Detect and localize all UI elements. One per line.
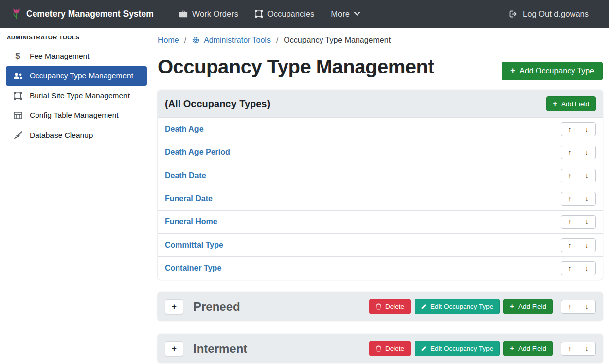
field-link-death-age-period[interactable]: Death Age Period: [165, 148, 230, 157]
move-down-button[interactable]: ↓: [578, 261, 596, 275]
sidebar-item-config-table-management[interactable]: Config Table Management: [6, 106, 147, 125]
add-field-button[interactable]: + Add Field: [503, 341, 553, 356]
move-down-button[interactable]: ↓: [578, 238, 596, 252]
delete-button[interactable]: Delete: [369, 299, 411, 314]
move-up-button[interactable]: ↑: [561, 300, 578, 314]
section-title: Interment: [193, 342, 247, 356]
nav-work-orders[interactable]: Work Orders: [171, 0, 247, 28]
edit-label: Edit Occupancy Type: [430, 345, 493, 352]
move-up-button[interactable]: ↑: [561, 238, 578, 252]
table-icon: [12, 112, 23, 119]
field-row: Death Date ↑ ↓: [158, 164, 603, 187]
app-title: Cemetery Management System: [26, 9, 154, 19]
move-down-button[interactable]: ↓: [578, 169, 596, 182]
navbar-right: Log Out d.gowans: [501, 0, 597, 28]
gear-icon: [192, 36, 200, 44]
top-navbar: Cemetery Management System Work Orders: [0, 0, 609, 28]
edit-occupancy-type-button[interactable]: Edit Occupancy Type: [415, 341, 500, 356]
move-down-button[interactable]: ↓: [578, 215, 596, 229]
nav-occupancies[interactable]: Occupancies: [247, 0, 322, 28]
expand-button[interactable]: +: [165, 299, 183, 314]
nav-more[interactable]: More: [322, 0, 368, 28]
logout-button[interactable]: Log Out d.gowans: [501, 0, 597, 28]
all-types-card-header: (All Occupancy Types) + Add Field: [158, 90, 603, 118]
edit-occupancy-type-button[interactable]: Edit Occupancy Type: [415, 299, 500, 314]
field-row: Death Age Period ↑ ↓: [158, 141, 603, 164]
delete-button[interactable]: Delete: [369, 341, 411, 356]
all-types-card-title: (All Occupancy Types): [165, 98, 270, 109]
plus-icon: +: [510, 303, 514, 310]
field-link-container-type[interactable]: Container Type: [165, 264, 221, 273]
breadcrumb-admin-tools-link[interactable]: Administrator Tools: [192, 36, 271, 45]
breadcrumb: Home / Administrator Tools / Occupancy T…: [158, 28, 603, 49]
occupancy-type-section-interment: + Interment Delete: [158, 334, 603, 363]
reorder-button-group: ↑ ↓: [561, 122, 596, 136]
field-row: Funeral Date ↑ ↓: [158, 187, 603, 210]
move-down-button[interactable]: ↓: [578, 146, 596, 159]
chevron-down-icon: [354, 12, 360, 16]
plus-icon: +: [510, 345, 514, 352]
sidebar: ADMINISTRATOR TOOLS $ Fee Management Occ…: [0, 28, 153, 364]
move-down-button[interactable]: ↓: [578, 122, 596, 136]
breadcrumb-separator: /: [276, 36, 278, 45]
reorder-button-group: ↑ ↓: [561, 342, 596, 356]
plus-icon: +: [553, 100, 557, 108]
sidebar-item-fee-management[interactable]: $ Fee Management: [6, 46, 147, 66]
breadcrumb-separator: /: [184, 36, 186, 45]
section-title: Preneed: [193, 300, 240, 314]
field-link-committal-type[interactable]: Committal Type: [165, 241, 223, 250]
trash-icon: [376, 345, 381, 352]
sidebar-item-occupancy-type-management[interactable]: Occupancy Type Management: [6, 66, 147, 86]
delete-label: Delete: [385, 345, 404, 352]
sidebar-heading: ADMINISTRATOR TOOLS: [0, 34, 153, 46]
title-row: Occupancy Type Management + Add Occupanc…: [158, 49, 603, 90]
move-up-button[interactable]: ↑: [561, 261, 578, 275]
breadcrumb-home-link[interactable]: Home: [158, 36, 179, 45]
move-down-button[interactable]: ↓: [578, 342, 596, 356]
field-link-death-date[interactable]: Death Date: [165, 171, 206, 180]
add-occupancy-type-label: Add Occupancy Type: [519, 67, 594, 75]
expand-button[interactable]: +: [165, 341, 183, 356]
work-orders-icon: [179, 10, 188, 18]
move-up-button[interactable]: ↑: [561, 169, 578, 182]
breadcrumb-label: Administrator Tools: [204, 36, 271, 45]
edit-label: Edit Occupancy Type: [430, 303, 493, 310]
move-up-button[interactable]: ↑: [561, 146, 578, 159]
sidebar-item-label: Fee Management: [30, 52, 90, 61]
move-up-button[interactable]: ↑: [561, 192, 578, 206]
field-link-funeral-home[interactable]: Funeral Home: [165, 218, 217, 226]
nav-label: More: [331, 9, 350, 19]
add-field-button[interactable]: + Add Field: [503, 299, 553, 314]
field-link-funeral-date[interactable]: Funeral Date: [165, 194, 213, 203]
move-down-button[interactable]: ↓: [578, 192, 596, 206]
sidebar-item-label: Burial Site Type Management: [30, 91, 130, 100]
sidebar-item-database-cleanup[interactable]: Database Cleanup: [6, 125, 147, 145]
sidebar-item-burial-site-type-management[interactable]: Burial Site Type Management: [6, 86, 147, 106]
move-up-button[interactable]: ↑: [561, 122, 578, 136]
reorder-button-group: ↑ ↓: [561, 169, 596, 182]
reorder-button-group: ↑ ↓: [561, 215, 596, 229]
section-actions: Delete Edit Occupancy Type + Add Field ↑: [369, 299, 596, 314]
move-down-button[interactable]: ↓: [578, 300, 596, 314]
move-up-button[interactable]: ↑: [561, 342, 578, 356]
reorder-button-group: ↑ ↓: [561, 261, 596, 275]
app-brand[interactable]: Cemetery Management System: [12, 7, 154, 20]
plus-icon: +: [510, 67, 515, 75]
logout-label: Log Out d.gowans: [523, 9, 589, 19]
occupancy-type-section-preneed: + Preneed Delete: [158, 292, 603, 321]
tulip-logo-icon: [12, 7, 21, 20]
field-row: Container Type ↑ ↓: [158, 256, 603, 280]
main-content: Home / Administrator Tools / Occupancy T…: [153, 28, 609, 364]
add-field-button[interactable]: + Add Field: [546, 96, 596, 111]
reorder-button-group: ↑ ↓: [561, 146, 596, 159]
all-occupancy-types-card: (All Occupancy Types) + Add Field Death …: [158, 90, 603, 280]
navbar-links: Work Orders Occupancies More: [171, 0, 368, 28]
move-up-button[interactable]: ↑: [561, 215, 578, 229]
burial-site-icon: [12, 92, 23, 100]
dollar-icon: $: [12, 51, 23, 61]
reorder-button-group: ↑ ↓: [561, 238, 596, 252]
add-field-label: Add Field: [518, 303, 546, 310]
field-link-death-age[interactable]: Death Age: [165, 125, 204, 134]
reorder-button-group: ↑ ↓: [561, 300, 596, 314]
add-occupancy-type-button[interactable]: + Add Occupancy Type: [502, 62, 603, 80]
